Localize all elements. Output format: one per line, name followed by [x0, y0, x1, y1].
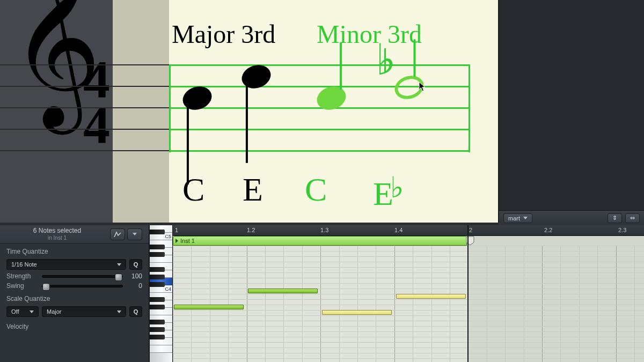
ruler-tick: 1.3 [320, 227, 328, 233]
key-label-c4: C4 [165, 286, 171, 292]
note-name-eflat-green: E♭ [373, 171, 407, 213]
zoom-vertical-button[interactable]: ⇕ [608, 213, 622, 223]
selection-header: 6 Notes selected in Inst 1 [0, 225, 149, 243]
piano-roll-grid[interactable]: 1 1.2 1.3 1.4 2 2.2 2.3 Inst 1 [173, 225, 644, 362]
zoom-horizontal-button[interactable]: ⇔ [625, 213, 640, 223]
scale-quantize-scale[interactable]: Major [42, 306, 126, 317]
scale-quantize-title: Scale Quantize [0, 291, 149, 305]
notation-mid-bg [113, 0, 169, 223]
quantize-value-select[interactable]: 1/16 Note [6, 259, 126, 270]
strength-slider[interactable] [42, 275, 123, 278]
time-sig-bot: 4 [83, 102, 110, 147]
strength-value: 100 [127, 272, 142, 280]
midi-note[interactable] [322, 310, 392, 315]
quantize-apply-button[interactable]: Q [129, 259, 142, 270]
ruler-tick: 1.2 [247, 227, 255, 233]
chevron-down-icon [523, 217, 528, 219]
catch-playhead-button[interactable] [127, 228, 142, 240]
notation-panel: 𝄞 4 4 Major 3rd Minor 3rd ♭ C E C E♭ [0, 0, 644, 223]
grid-lines [173, 246, 644, 362]
piano-roll-toolbar: mart ⇕ ⇔ [499, 210, 644, 225]
swing-value: 0 [127, 282, 142, 290]
region-header[interactable]: Inst 1 [173, 236, 467, 246]
key-label-c5: C5 [165, 234, 171, 239]
chevron-down-icon [133, 233, 137, 235]
midi-note[interactable] [248, 289, 318, 293]
inspector-panel: 6 Notes selected in Inst 1 Time Quantize… [0, 225, 149, 362]
label-major-3rd: Major 3rd [172, 19, 275, 49]
piano-roll: 6 Notes selected in Inst 1 Time Quantize… [0, 225, 644, 362]
chevron-down-icon [117, 263, 121, 266]
velocity-title: Velocity [0, 319, 149, 333]
region-track-name: Inst 1 [180, 238, 195, 244]
piano-key-strip[interactable]: C5 C4 [149, 225, 173, 362]
chevron-down-icon [117, 311, 121, 313]
note-name-c-green: C [305, 171, 327, 209]
midi-note[interactable] [174, 305, 244, 309]
ruler-tick: 1 [175, 227, 178, 233]
note-name-e: E [243, 171, 263, 209]
snap-menu[interactable]: mart [503, 213, 532, 223]
notation-right-dark [499, 0, 644, 223]
note-name-c: C [182, 171, 204, 209]
ruler-tick: 1.4 [394, 227, 402, 233]
scale-quantize-onoff[interactable]: Off [6, 306, 39, 317]
notes-selected-track: in Inst 1 [6, 234, 108, 241]
chevron-down-icon [30, 311, 34, 313]
strength-label: Strength [6, 272, 38, 280]
scale-quantize-apply-button[interactable]: Q [129, 306, 142, 317]
region-play-icon [175, 239, 178, 243]
notes-selected-label: 6 Notes selected [33, 227, 81, 234]
link-automation-button[interactable] [110, 228, 125, 240]
time-signature: 4 4 [83, 56, 110, 147]
label-minor-3rd: Minor 3rd [317, 19, 422, 49]
region-end-line [467, 225, 469, 362]
swing-slider[interactable] [42, 285, 123, 287]
swing-label: Swing [6, 282, 38, 290]
midi-note[interactable] [396, 294, 466, 299]
time-quantize-title: Time Quantize [0, 243, 149, 257]
